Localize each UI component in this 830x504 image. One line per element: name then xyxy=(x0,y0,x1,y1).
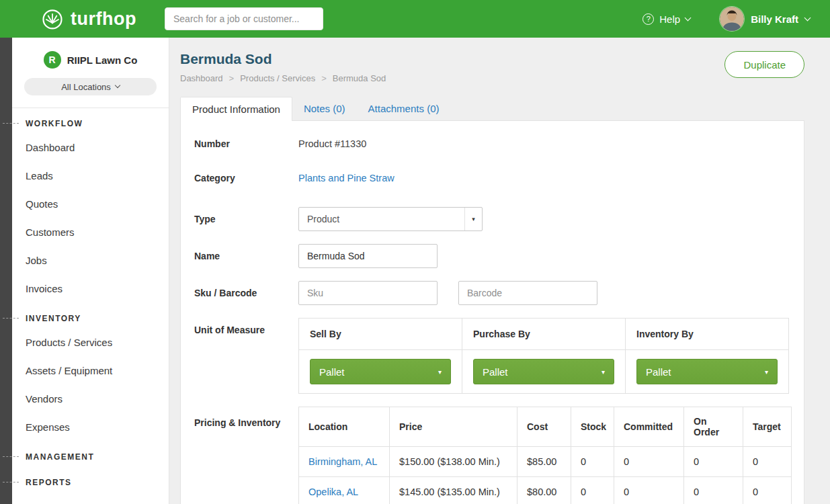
caret-down-icon: ▾ xyxy=(765,368,768,376)
top-bar: turfhop ? Help Billy Kraft xyxy=(0,0,830,38)
name-input[interactable] xyxy=(298,244,438,268)
tab-attachments[interactable]: Attachments (0) xyxy=(357,97,451,121)
purchase-by-header: Purchase By xyxy=(462,319,626,350)
caret-down-icon: ▾ xyxy=(601,368,605,376)
name-label: Name xyxy=(194,244,298,268)
stock-cell: 0 xyxy=(571,447,614,477)
company-logo-icon: R xyxy=(44,51,61,69)
price-cell: $145.00 ($135.00 Min.) xyxy=(390,477,517,504)
price-cell: $150.00 ($138.00 Min.) xyxy=(390,447,517,477)
sell-by-dropdown[interactable]: Pallet ▾ xyxy=(310,359,451,384)
page-title: Bermuda Sod xyxy=(180,51,386,67)
committed-header: Committed xyxy=(614,407,684,447)
breadcrumb: Dashboard > Products / Services > Bermud… xyxy=(180,73,386,83)
cost-cell: $80.00 xyxy=(517,477,571,504)
user-menu[interactable]: Billy Kraft xyxy=(720,7,810,31)
sidebar: R RIIPL Lawn Co All Locations WORKFLOW D… xyxy=(0,38,169,504)
purchase-by-dropdown[interactable]: Pallet ▾ xyxy=(473,359,614,384)
table-row: Opelika, AL $145.00 ($135.00 Min.) $80.0… xyxy=(299,477,792,504)
locations-dropdown-label: All Locations xyxy=(61,82,111,92)
company: R RIIPL Lawn Co xyxy=(12,38,169,69)
price-header: Price xyxy=(390,407,517,447)
breadcrumb-current: Bermuda Sod xyxy=(333,73,386,83)
turfhop-logo-icon xyxy=(40,7,65,31)
product-information-panel: Number Product #11330 Category Plants an… xyxy=(180,120,804,504)
committed-cell: 0 xyxy=(614,477,684,504)
breadcrumb-separator-icon: > xyxy=(321,73,327,83)
breadcrumb-separator-icon: > xyxy=(229,73,235,83)
sidebar-item-products-services[interactable]: Products / Services xyxy=(12,329,169,357)
category-link[interactable]: Plants and Pine Straw xyxy=(298,173,395,183)
pricing-header-row: Location Price Cost Stock Committed On O… xyxy=(299,407,792,447)
unit-of-measure-table: Sell By Purchase By Inventory By Pallet … xyxy=(298,318,789,394)
sidebar-item-expenses[interactable]: Expenses xyxy=(12,413,169,442)
inventory-by-dropdown[interactable]: Pallet ▾ xyxy=(636,359,778,384)
committed-cell: 0 xyxy=(614,447,684,477)
target-cell: 0 xyxy=(743,447,792,477)
cost-header: Cost xyxy=(517,407,571,447)
help-menu[interactable]: ? Help xyxy=(642,13,690,25)
location-link[interactable]: Birmingham, AL xyxy=(308,456,377,467)
user-name: Billy Kraft xyxy=(751,13,798,25)
category-label: Category xyxy=(194,173,298,183)
help-label: Help xyxy=(659,13,680,25)
on-order-cell: 0 xyxy=(684,447,743,477)
global-search xyxy=(165,7,323,30)
table-row: Birmingham, AL $150.00 ($138.00 Min.) $8… xyxy=(299,447,792,477)
sidebar-item-assets-equipment[interactable]: Assets / Equipment xyxy=(12,357,169,385)
brand-name: turfhop xyxy=(71,9,136,30)
pricing-table: Location Price Cost Stock Committed On O… xyxy=(298,407,792,504)
section-workflow: WORKFLOW xyxy=(12,108,169,134)
tab-product-information[interactable]: Product Information xyxy=(180,97,292,121)
section-dashes xyxy=(3,456,19,457)
company-name: RIIPL Lawn Co xyxy=(67,54,138,66)
section-management[interactable]: MANAGEMENT xyxy=(12,442,169,467)
sidebar-item-quotes[interactable]: Quotes xyxy=(12,190,169,218)
number-label: Number xyxy=(194,138,298,149)
stock-header: Stock xyxy=(571,407,614,447)
section-dashes xyxy=(3,482,19,482)
sidebar-item-vendors[interactable]: Vendors xyxy=(12,385,169,413)
sidebar-item-dashboard[interactable]: Dashboard xyxy=(12,134,169,162)
pricing-inventory-label: Pricing & Inventory xyxy=(194,407,298,504)
location-link[interactable]: Opelika, AL xyxy=(308,487,358,497)
on-order-cell: 0 xyxy=(684,477,743,504)
barcode-input[interactable] xyxy=(458,281,597,305)
tab-notes[interactable]: Notes (0) xyxy=(292,97,357,121)
brand: turfhop xyxy=(40,7,136,31)
sidebar-item-customers[interactable]: Customers xyxy=(12,218,169,247)
target-cell: 0 xyxy=(743,477,792,504)
duplicate-button[interactable]: Duplicate xyxy=(724,51,804,78)
section-dashes xyxy=(3,123,19,124)
cost-cell: $85.00 xyxy=(517,447,571,477)
target-header: Target xyxy=(743,407,792,447)
unit-of-measure-label: Unit of Measure xyxy=(194,318,298,394)
type-select-value: Product xyxy=(307,214,339,224)
type-label: Type xyxy=(194,207,298,231)
chevron-down-icon xyxy=(685,14,692,21)
chevron-down-icon xyxy=(115,83,120,88)
inventory-by-header: Inventory By xyxy=(626,319,789,350)
location-header: Location xyxy=(299,407,390,447)
global-search-input[interactable] xyxy=(165,7,323,30)
on-order-header: On Order xyxy=(684,407,743,447)
sidebar-item-jobs[interactable]: Jobs xyxy=(12,247,169,275)
section-reports[interactable]: REPORTS xyxy=(12,467,169,493)
avatar xyxy=(720,7,744,31)
sidebar-item-leads[interactable]: Leads xyxy=(12,162,169,190)
sell-by-header: Sell By xyxy=(299,319,462,350)
main-content: Bermuda Sod Dashboard > Products / Servi… xyxy=(169,38,830,504)
sidebar-item-invoices[interactable]: Invoices xyxy=(12,275,169,303)
breadcrumb-dashboard[interactable]: Dashboard xyxy=(180,73,223,83)
sku-barcode-label: Sku / Barcode xyxy=(194,281,298,305)
breadcrumb-products-services[interactable]: Products / Services xyxy=(240,73,315,83)
locations-dropdown[interactable]: All Locations xyxy=(24,78,157,95)
type-select[interactable]: Product ▾ xyxy=(298,207,483,231)
tab-bar: Product Information Notes (0) Attachment… xyxy=(180,97,830,121)
caret-down-icon: ▾ xyxy=(438,368,442,376)
product-number: Product #11330 xyxy=(298,138,366,149)
section-dashes xyxy=(3,318,19,319)
stock-cell: 0 xyxy=(571,477,614,504)
help-icon: ? xyxy=(642,13,654,25)
sku-input[interactable] xyxy=(298,281,438,305)
